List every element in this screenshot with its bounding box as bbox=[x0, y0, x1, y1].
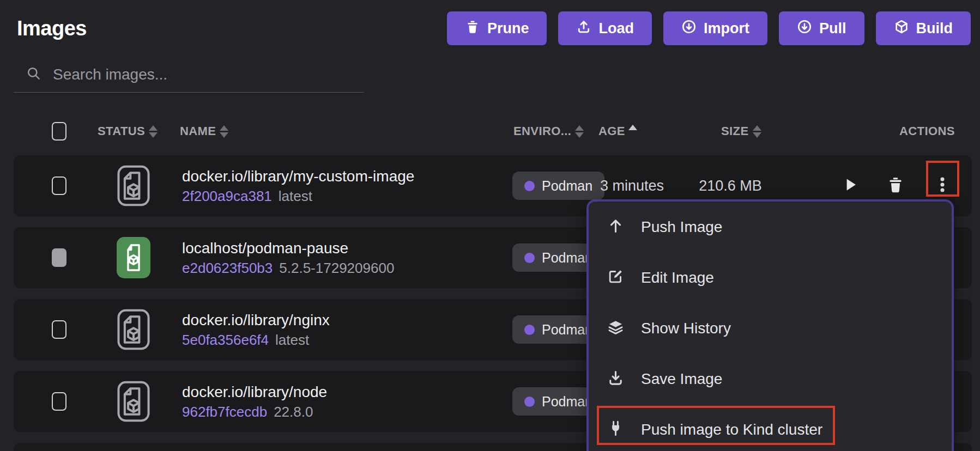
menu-item-push-image[interactable]: Push Image bbox=[589, 202, 952, 252]
sort-arrows-icon bbox=[220, 125, 228, 138]
image-digest: 2f200a9ca381 bbox=[182, 188, 272, 204]
sort-arrows-icon bbox=[753, 125, 761, 138]
build-button-label: Build bbox=[916, 20, 953, 37]
image-name-block: docker.io/library/my-custom-image 2f200a… bbox=[182, 166, 414, 205]
column-label: ACTIONS bbox=[899, 124, 955, 138]
top-bar: Images Prune Load Import bbox=[0, 0, 980, 57]
download-icon bbox=[607, 369, 624, 388]
kebab-menu-icon bbox=[933, 175, 952, 196]
search-bar bbox=[14, 57, 364, 93]
sort-arrows-icon bbox=[575, 125, 584, 138]
environment-label: Podman bbox=[542, 178, 592, 194]
environment-label: Podman bbox=[542, 394, 592, 410]
menu-item-label: Edit Image bbox=[641, 269, 714, 287]
menu-item-label: Save Image bbox=[641, 370, 722, 388]
layers-icon bbox=[607, 319, 624, 338]
edit-pencil-icon bbox=[607, 268, 624, 287]
environment-badge: Podman bbox=[512, 172, 604, 200]
cube-icon bbox=[894, 19, 909, 38]
image-tag: latest bbox=[275, 332, 309, 348]
image-name-block: docker.io/library/node 962fb7fcecdb22.8.… bbox=[182, 382, 327, 421]
menu-item-push-image-to-kind-cluster[interactable]: Push image to Kind cluster bbox=[589, 404, 952, 451]
image-name[interactable]: docker.io/library/my-custom-image bbox=[182, 166, 414, 187]
image-context-menu: Push Image Edit Image Show History Save … bbox=[586, 199, 954, 451]
trash-icon bbox=[886, 175, 905, 196]
sort-asc-icon bbox=[628, 125, 637, 130]
image-digest: 962fb7fcecdb bbox=[182, 404, 267, 420]
row-checkbox[interactable] bbox=[52, 320, 66, 339]
search-icon bbox=[26, 66, 41, 83]
table-header: STATUS NAME ENVIRO... AGE SIZE ACTIONS bbox=[0, 121, 980, 145]
menu-item-show-history[interactable]: Show History bbox=[589, 303, 952, 354]
environment-label: Podman bbox=[542, 250, 592, 266]
pull-button-label: Pull bbox=[819, 20, 846, 37]
arrow-down-circle-icon bbox=[681, 19, 697, 38]
load-button-label: Load bbox=[598, 20, 634, 37]
image-name[interactable]: docker.io/library/nginx bbox=[182, 310, 330, 331]
page-title: Images bbox=[17, 17, 87, 40]
images-page: Images Prune Load Import bbox=[0, 0, 980, 451]
image-name-block: docker.io/library/nginx 5e0fa356e6f4late… bbox=[182, 310, 330, 349]
row-checkbox[interactable] bbox=[52, 392, 66, 411]
podman-dot-icon bbox=[524, 253, 535, 263]
column-label: SIZE bbox=[721, 124, 749, 138]
column-header-age[interactable]: AGE bbox=[598, 124, 637, 138]
image-name[interactable]: localhost/podman-pause bbox=[182, 238, 394, 259]
arrow-down-circle-icon bbox=[797, 19, 812, 38]
import-button[interactable]: Import bbox=[663, 11, 767, 45]
prune-button[interactable]: Prune bbox=[447, 11, 547, 45]
podman-dot-icon bbox=[524, 397, 535, 407]
image-file-cube-icon-green bbox=[117, 237, 150, 278]
image-file-cube-icon bbox=[117, 165, 150, 206]
podman-dot-icon bbox=[524, 181, 535, 191]
column-header-actions: ACTIONS bbox=[899, 124, 955, 138]
trash-icon bbox=[465, 19, 480, 38]
load-button[interactable]: Load bbox=[558, 11, 652, 45]
podman-dot-icon bbox=[524, 325, 535, 335]
image-tag: latest bbox=[279, 188, 312, 204]
menu-item-label: Show History bbox=[641, 320, 731, 337]
image-tag: 22.8.0 bbox=[274, 404, 313, 420]
column-header-name[interactable]: NAME bbox=[180, 124, 228, 138]
column-label: STATUS bbox=[98, 124, 145, 138]
column-header-environment[interactable]: ENVIRO... bbox=[513, 124, 584, 138]
play-icon bbox=[841, 175, 860, 196]
row-checkbox-disabled bbox=[52, 248, 66, 267]
toolbar: Prune Load Import Pull bbox=[447, 11, 971, 45]
column-header-size[interactable]: SIZE bbox=[721, 124, 761, 138]
build-button[interactable]: Build bbox=[876, 11, 971, 45]
select-all-checkbox[interactable] bbox=[52, 122, 66, 141]
menu-item-label: Push Image bbox=[641, 218, 722, 236]
image-name-block: localhost/podman-pause e2d0623f50b35.2.5… bbox=[182, 238, 394, 277]
pull-button[interactable]: Pull bbox=[779, 11, 864, 45]
menu-item-save-image[interactable]: Save Image bbox=[589, 354, 952, 404]
image-digest: e2d0623f50b3 bbox=[182, 260, 273, 276]
image-file-cube-icon bbox=[117, 309, 150, 350]
prune-button-label: Prune bbox=[487, 20, 529, 37]
import-button-label: Import bbox=[704, 20, 749, 37]
image-digest: 5e0fa356e6f4 bbox=[182, 332, 269, 348]
upload-icon bbox=[576, 19, 591, 38]
environment-label: Podman bbox=[542, 322, 592, 338]
row-checkbox[interactable] bbox=[52, 176, 66, 195]
menu-item-edit-image[interactable]: Edit Image bbox=[589, 252, 952, 303]
search-input[interactable] bbox=[53, 66, 361, 83]
arrow-up-icon bbox=[607, 217, 624, 236]
menu-item-label: Push image to Kind cluster bbox=[641, 421, 822, 438]
sort-arrows-icon bbox=[149, 125, 158, 138]
image-file-cube-icon bbox=[117, 381, 150, 422]
image-tag: 5.2.5-1729209600 bbox=[279, 260, 394, 276]
image-name[interactable]: docker.io/library/node bbox=[182, 382, 327, 403]
column-label: ENVIRO... bbox=[513, 124, 571, 138]
column-label: AGE bbox=[598, 124, 625, 138]
column-header-status[interactable]: STATUS bbox=[98, 124, 158, 138]
column-label: NAME bbox=[180, 124, 216, 138]
plug-icon bbox=[607, 420, 624, 439]
